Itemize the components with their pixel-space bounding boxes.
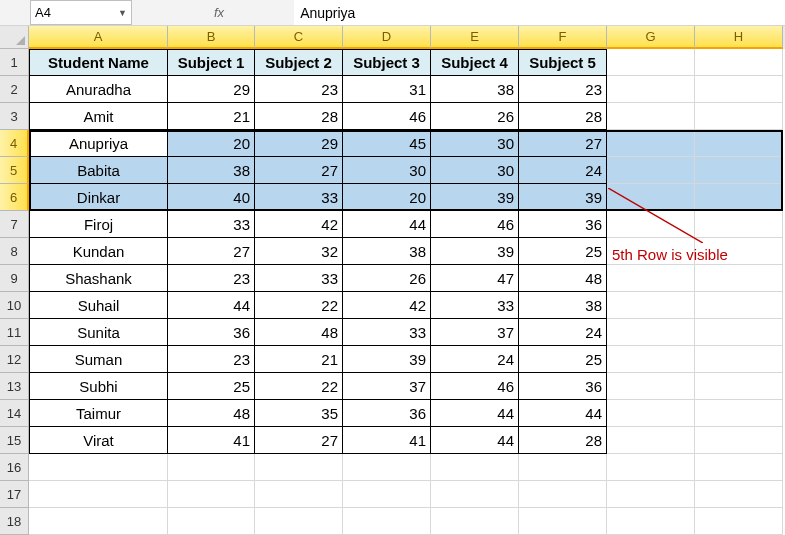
cell-G14[interactable] (607, 400, 695, 427)
cell-A15[interactable]: Virat (29, 427, 168, 454)
cell-B5[interactable]: 38 (168, 157, 255, 184)
cell-A1[interactable]: Student Name (29, 49, 168, 76)
row-header-6[interactable]: 6 (0, 184, 29, 211)
cell-A9[interactable]: Shashank (29, 265, 168, 292)
cell-B2[interactable]: 29 (168, 76, 255, 103)
cell-G1[interactable] (607, 49, 695, 76)
cell-E2[interactable]: 38 (431, 76, 519, 103)
cell-C10[interactable]: 22 (255, 292, 343, 319)
cell-A11[interactable]: Sunita (29, 319, 168, 346)
cell-C18[interactable] (255, 508, 343, 535)
cell-C8[interactable]: 32 (255, 238, 343, 265)
cell-B13[interactable]: 25 (168, 373, 255, 400)
cell-A16[interactable] (29, 454, 168, 481)
cell-D10[interactable]: 42 (343, 292, 431, 319)
cell-H1[interactable] (695, 49, 783, 76)
cell-B16[interactable] (168, 454, 255, 481)
cell-A12[interactable]: Suman (29, 346, 168, 373)
cell-C11[interactable]: 48 (255, 319, 343, 346)
cell-F17[interactable] (519, 481, 607, 508)
cell-A4[interactable]: Anupriya (29, 130, 168, 157)
cell-H5[interactable] (695, 157, 783, 184)
cell-D18[interactable] (343, 508, 431, 535)
cell-E12[interactable]: 24 (431, 346, 519, 373)
cell-H15[interactable] (695, 427, 783, 454)
cell-C13[interactable]: 22 (255, 373, 343, 400)
cell-C16[interactable] (255, 454, 343, 481)
row-header-13[interactable]: 13 (0, 373, 29, 400)
cell-A2[interactable]: Anuradha (29, 76, 168, 103)
cell-G6[interactable] (607, 184, 695, 211)
cell-G12[interactable] (607, 346, 695, 373)
cell-B14[interactable]: 48 (168, 400, 255, 427)
cell-G2[interactable] (607, 76, 695, 103)
fx-icon[interactable]: fx (134, 5, 294, 20)
cell-E13[interactable]: 46 (431, 373, 519, 400)
cell-G15[interactable] (607, 427, 695, 454)
cell-C9[interactable]: 33 (255, 265, 343, 292)
row-header-1[interactable]: 1 (0, 49, 29, 76)
cell-F6[interactable]: 39 (519, 184, 607, 211)
cell-E6[interactable]: 39 (431, 184, 519, 211)
cell-C6[interactable]: 33 (255, 184, 343, 211)
cell-D6[interactable]: 20 (343, 184, 431, 211)
cell-A10[interactable]: Suhail (29, 292, 168, 319)
cell-A8[interactable]: Kundan (29, 238, 168, 265)
cell-E15[interactable]: 44 (431, 427, 519, 454)
cell-G4[interactable] (607, 130, 695, 157)
column-header-F[interactable]: F (519, 26, 607, 49)
column-header-C[interactable]: C (255, 26, 343, 49)
cell-B9[interactable]: 23 (168, 265, 255, 292)
cell-H13[interactable] (695, 373, 783, 400)
cell-F9[interactable]: 48 (519, 265, 607, 292)
cell-F13[interactable]: 36 (519, 373, 607, 400)
row-header-5[interactable]: 5 (0, 157, 29, 184)
cell-G10[interactable] (607, 292, 695, 319)
cell-D7[interactable]: 44 (343, 211, 431, 238)
cell-G3[interactable] (607, 103, 695, 130)
name-box[interactable]: A4 ▼ (30, 0, 132, 25)
cell-H3[interactable] (695, 103, 783, 130)
cell-F7[interactable]: 36 (519, 211, 607, 238)
cell-C12[interactable]: 21 (255, 346, 343, 373)
cell-G16[interactable] (607, 454, 695, 481)
cell-H7[interactable] (695, 211, 783, 238)
cell-D17[interactable] (343, 481, 431, 508)
cell-D5[interactable]: 30 (343, 157, 431, 184)
cell-F5[interactable]: 24 (519, 157, 607, 184)
cell-H2[interactable] (695, 76, 783, 103)
cell-G18[interactable] (607, 508, 695, 535)
row-header-16[interactable]: 16 (0, 454, 29, 481)
cell-C17[interactable] (255, 481, 343, 508)
row-header-3[interactable]: 3 (0, 103, 29, 130)
cell-C3[interactable]: 28 (255, 103, 343, 130)
cell-A18[interactable] (29, 508, 168, 535)
row-header-12[interactable]: 12 (0, 346, 29, 373)
cell-E1[interactable]: Subject 4 (431, 49, 519, 76)
cell-E4[interactable]: 30 (431, 130, 519, 157)
cell-G7[interactable] (607, 211, 695, 238)
cell-B15[interactable]: 41 (168, 427, 255, 454)
column-header-G[interactable]: G (607, 26, 695, 49)
cell-F10[interactable]: 38 (519, 292, 607, 319)
cell-B4[interactable]: 20 (168, 130, 255, 157)
cell-B10[interactable]: 44 (168, 292, 255, 319)
cell-H4[interactable] (695, 130, 783, 157)
cell-E10[interactable]: 33 (431, 292, 519, 319)
cell-G5[interactable] (607, 157, 695, 184)
row-header-14[interactable]: 14 (0, 400, 29, 427)
cell-D2[interactable]: 31 (343, 76, 431, 103)
cell-B6[interactable]: 40 (168, 184, 255, 211)
cell-H17[interactable] (695, 481, 783, 508)
cell-E8[interactable]: 39 (431, 238, 519, 265)
cell-H10[interactable] (695, 292, 783, 319)
cell-A3[interactable]: Amit (29, 103, 168, 130)
cell-G17[interactable] (607, 481, 695, 508)
cell-B11[interactable]: 36 (168, 319, 255, 346)
cell-G13[interactable] (607, 373, 695, 400)
cell-B1[interactable]: Subject 1 (168, 49, 255, 76)
row-header-4[interactable]: 4 (0, 130, 29, 157)
cell-D3[interactable]: 46 (343, 103, 431, 130)
column-header-D[interactable]: D (343, 26, 431, 49)
cell-A17[interactable] (29, 481, 168, 508)
